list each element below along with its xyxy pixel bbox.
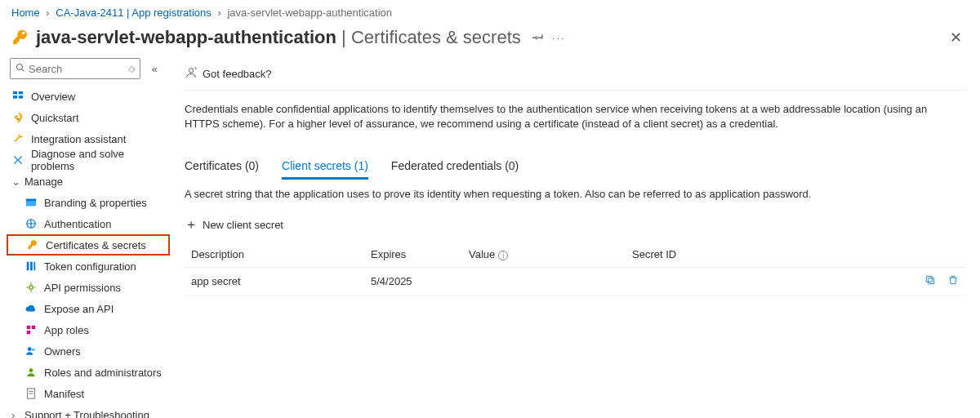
sidebar-item-label: Owners (44, 345, 81, 358)
svg-point-17 (32, 349, 35, 352)
svg-rect-2 (13, 91, 17, 95)
sidebar-item-label: Expose an API (44, 303, 114, 315)
svg-rect-24 (927, 276, 933, 282)
page-header: java-servlet-webapp-authentication | Cer… (0, 22, 980, 58)
pin-icon[interactable] (532, 31, 544, 45)
description-text: Credentials enable confidential applicat… (185, 102, 952, 131)
svg-rect-15 (27, 331, 30, 334)
sidebar: ◇ « Overview Quickstart Integration assi… (0, 58, 170, 418)
svg-rect-14 (32, 326, 35, 329)
breadcrumb-home[interactable]: Home (11, 7, 40, 19)
sidebar-item-label: Quickstart (31, 112, 79, 124)
info-icon[interactable]: i (498, 251, 508, 260)
sidebar-item-label: Branding & properties (44, 197, 147, 209)
col-expires: Expires (364, 242, 462, 268)
new-secret-label: New client secret (203, 219, 283, 231)
row-actions (908, 268, 965, 296)
svg-rect-9 (27, 262, 29, 271)
more-icon[interactable]: ··· (552, 32, 566, 44)
svg-point-16 (28, 347, 32, 351)
table-row: app secret 5/4/2025 (185, 268, 965, 296)
sort-icon[interactable]: ◇ (128, 64, 135, 74)
sidebar-group-support[interactable]: › Support + Troubleshooting (7, 404, 170, 418)
close-icon[interactable]: ✕ (943, 25, 969, 50)
sidebar-item-label: Token configuration (44, 260, 136, 273)
chevron-right-icon: › (11, 409, 23, 419)
sidebar-item-token[interactable]: Token configuration (7, 256, 170, 277)
col-description: Description (185, 242, 364, 268)
copy-icon[interactable] (924, 276, 936, 288)
sidebar-item-label: Diagnose and solve problems (31, 148, 170, 172)
plus-icon: ＋ (185, 216, 198, 233)
overview-icon (11, 90, 24, 103)
cell-secret-id (626, 268, 908, 296)
sidebar-item-label: App roles (44, 324, 89, 336)
diagnose-icon (11, 153, 24, 167)
sidebar-item-label: Certificates & secrets (46, 239, 146, 251)
auth-icon (24, 217, 38, 230)
cell-expires: 5/4/2025 (364, 268, 462, 296)
sidebar-item-label: Overview (31, 91, 75, 103)
branding-icon (24, 196, 38, 209)
sidebar-item-manifest[interactable]: Manifest (7, 383, 170, 404)
sidebar-item-label: Integration assistant (31, 133, 126, 145)
cell-description: app secret (185, 268, 364, 296)
sidebar-item-api-permissions[interactable]: API permissions (7, 277, 170, 298)
breadcrumb-level1[interactable]: CA-Java-2411 | App registrations (56, 7, 212, 19)
search-input[interactable] (29, 63, 125, 75)
svg-rect-4 (13, 96, 17, 99)
tab-description: A secret string that the application use… (185, 188, 965, 200)
sidebar-item-app-roles[interactable]: App roles (7, 319, 170, 340)
chevron-down-icon: ⌄ (11, 176, 23, 188)
svg-rect-5 (19, 96, 23, 99)
header-app-name: java-servlet-webapp-authentication (36, 27, 336, 48)
delete-icon[interactable] (947, 276, 959, 288)
tab-certificates[interactable]: Certificates (0) (185, 154, 259, 180)
svg-point-18 (29, 368, 33, 372)
sidebar-item-owners[interactable]: Owners (7, 340, 170, 362)
svg-rect-23 (929, 278, 934, 284)
sidebar-item-label: Roles and administrators (44, 367, 162, 379)
tab-federated[interactable]: Federated credentials (0) (391, 154, 519, 180)
search-box[interactable]: ◇ « (10, 58, 140, 79)
sidebar-item-roles-admin[interactable]: Roles and administrators (7, 362, 170, 383)
admin-icon (24, 366, 38, 379)
manifest-icon (24, 387, 38, 400)
sidebar-item-overview[interactable]: Overview (7, 86, 170, 107)
svg-point-12 (29, 286, 33, 290)
cell-value (462, 268, 626, 296)
sidebar-item-quickstart[interactable]: Quickstart (7, 107, 170, 128)
sidebar-item-label: Manifest (44, 388, 84, 400)
new-client-secret-button[interactable]: ＋ New client secret (185, 216, 965, 233)
sidebar-item-branding[interactable]: Branding & properties (7, 192, 170, 213)
sidebar-group-manage[interactable]: ⌄ Manage (7, 171, 170, 192)
sidebar-group-label: Support + Troubleshooting (24, 409, 149, 419)
roles-icon (24, 323, 38, 336)
sidebar-item-integration[interactable]: Integration assistant (7, 128, 170, 149)
header-page-title: | Certificates & secrets (336, 27, 521, 48)
command-bar: Got feedback? (185, 58, 965, 91)
feedback-icon (185, 66, 198, 82)
sidebar-group-label: Manage (24, 176, 63, 188)
sidebar-item-expose-api[interactable]: Expose an API (7, 298, 170, 319)
collapse-sidebar-icon[interactable]: « (152, 63, 158, 75)
tabs: Certificates (0) Client secrets (1) Fede… (185, 154, 965, 180)
svg-rect-10 (30, 262, 33, 271)
tab-client-secrets[interactable]: Client secrets (1) (282, 154, 368, 180)
breadcrumb-sep: › (217, 7, 220, 19)
sidebar-item-label: API permissions (44, 282, 121, 294)
sidebar-item-diagnose[interactable]: Diagnose and solve problems (7, 149, 170, 171)
svg-point-0 (17, 64, 23, 69)
breadcrumb-sep: › (46, 7, 49, 19)
owners-icon (24, 345, 38, 358)
main-content: Got feedback? Credentials enable confide… (170, 58, 980, 418)
svg-rect-7 (26, 199, 36, 202)
svg-line-1 (22, 69, 24, 71)
col-secret-id: Secret ID (626, 242, 908, 268)
breadcrumb: Home › CA-Java-2411 | App registrations … (0, 0, 980, 22)
feedback-button[interactable]: Got feedback? (185, 66, 272, 82)
col-value: Valuei (462, 242, 626, 268)
sidebar-item-authentication[interactable]: Authentication (7, 213, 170, 234)
sidebar-item-certificates[interactable]: Certificates & secrets (7, 234, 170, 256)
feedback-label: Got feedback? (203, 68, 272, 80)
